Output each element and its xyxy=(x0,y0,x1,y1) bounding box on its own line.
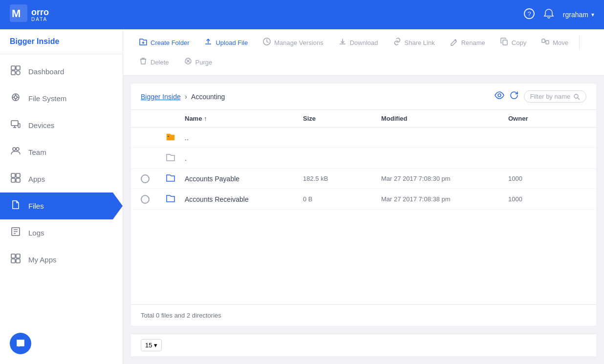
radio-button[interactable] xyxy=(141,174,150,183)
sidebar-item-apps[interactable]: Apps xyxy=(0,166,123,193)
col-icon xyxy=(165,115,185,122)
sidebar-item-devices-label: Devices xyxy=(28,121,54,129)
rename-icon xyxy=(450,37,458,48)
table-row[interactable]: Accounts Receivable 0 B Mar 27 2017 7:08… xyxy=(131,189,596,210)
share-link-button[interactable]: Share Link xyxy=(387,34,441,51)
svg-rect-22 xyxy=(11,178,15,182)
rename-label: Rename xyxy=(461,39,485,46)
toolbar: Create Folder Upload File Manage Version… xyxy=(123,29,604,76)
notification-icon[interactable] xyxy=(543,8,554,21)
move-button[interactable]: Move xyxy=(535,34,574,51)
share-link-icon xyxy=(393,37,402,48)
manage-versions-label: Manage Versions xyxy=(274,39,323,46)
help-icon[interactable]: ? xyxy=(524,8,535,21)
purge-icon xyxy=(184,57,193,67)
per-page-select[interactable]: 15 ▾ xyxy=(141,339,162,351)
sidebar-brand: Bigger Inside xyxy=(0,29,123,54)
myapps-icon xyxy=(10,253,22,266)
user-menu[interactable]: rgraham ▾ xyxy=(563,11,594,19)
sidebar-item-devices[interactable]: Devices xyxy=(0,112,123,139)
sidebar: Bigger Inside Dashboard File System Devi… xyxy=(0,29,123,364)
row-name: Accounts Payable xyxy=(185,175,303,183)
col-name[interactable]: Name ↑ xyxy=(185,115,303,122)
username: rgraham xyxy=(563,11,588,19)
col-owner: Owner xyxy=(508,115,586,122)
sidebar-item-team[interactable]: Team xyxy=(0,139,123,166)
move-icon xyxy=(541,37,550,48)
breadcrumb: Bigger Inside › Accounting xyxy=(141,92,225,101)
sidebar-item-team-label: Team xyxy=(28,148,46,156)
svg-rect-4 xyxy=(11,66,15,70)
sidebar-item-dashboard[interactable]: Dashboard xyxy=(0,58,123,85)
breadcrumb-root[interactable]: Bigger Inside xyxy=(141,93,181,101)
sidebar-nav: Dashboard File System Devices Team xyxy=(0,54,123,364)
row-name: Accounts Receivable xyxy=(185,195,303,203)
user-chevron-icon: ▾ xyxy=(591,11,594,18)
create-folder-button[interactable]: Create Folder xyxy=(133,34,195,51)
svg-point-18 xyxy=(13,148,16,150)
radio-button[interactable] xyxy=(141,195,150,204)
rename-button[interactable]: Rename xyxy=(444,34,491,51)
purge-button[interactable]: Purge xyxy=(178,54,218,70)
svg-rect-20 xyxy=(11,173,15,177)
row-folder-icon xyxy=(165,172,185,185)
sidebar-item-filesystem[interactable]: File System xyxy=(0,85,123,112)
table-row[interactable]: . xyxy=(131,148,596,169)
breadcrumb-current: Accounting xyxy=(191,93,225,101)
share-link-label: Share Link xyxy=(405,39,435,46)
sidebar-item-apps-label: Apps xyxy=(28,175,45,183)
upload-icon xyxy=(204,37,213,48)
logo-m: M xyxy=(10,4,27,25)
sidebar-item-logs[interactable]: Logs xyxy=(0,219,123,246)
delete-button[interactable]: Delete xyxy=(133,54,175,70)
svg-text:?: ? xyxy=(527,10,531,17)
upload-file-button[interactable]: Upload File xyxy=(198,34,254,51)
svg-rect-30 xyxy=(11,259,15,263)
col-size: Size xyxy=(303,115,381,122)
file-area: Bigger Inside › Accounting Filter by nam… xyxy=(131,84,596,326)
filter-input[interactable]: Filter by name xyxy=(524,90,586,103)
breadcrumb-actions: Filter by name xyxy=(495,90,586,103)
copy-label: Copy xyxy=(512,39,526,46)
sidebar-item-myapps-label: My Apps xyxy=(28,256,57,264)
breadcrumb-separator: › xyxy=(185,92,187,101)
logo-sub: DATA xyxy=(31,17,49,22)
svg-rect-35 xyxy=(503,40,507,45)
sidebar-item-filesystem-label: File System xyxy=(28,94,66,103)
svg-rect-29 xyxy=(16,254,20,258)
apps-icon xyxy=(10,172,22,186)
pagination-bar: 15 ▾ xyxy=(131,334,596,356)
sidebar-item-files[interactable]: Files xyxy=(0,193,123,219)
refresh-icon[interactable] xyxy=(509,90,519,103)
sidebar-item-logs-label: Logs xyxy=(28,229,44,237)
svg-line-44 xyxy=(578,98,580,100)
delete-icon xyxy=(139,57,148,67)
filter-placeholder: Filter by name xyxy=(530,93,570,100)
svg-point-42 xyxy=(498,94,501,97)
sidebar-item-dashboard-label: Dashboard xyxy=(28,67,64,76)
svg-rect-31 xyxy=(16,259,20,263)
manage-versions-button[interactable]: Manage Versions xyxy=(257,34,329,51)
svg-rect-21 xyxy=(16,173,20,177)
svg-rect-5 xyxy=(16,66,20,70)
download-button[interactable]: Download xyxy=(332,34,384,51)
row-folder-icon xyxy=(165,152,185,164)
table-row[interactable]: Accounts Payable 182.5 kB Mar 27 2017 7:… xyxy=(131,169,596,189)
row-size: 0 B xyxy=(303,195,381,203)
col-radio xyxy=(141,115,165,122)
chat-button[interactable] xyxy=(10,333,31,354)
total-files-text: Total 0 files and 2 directories xyxy=(141,312,221,319)
row-radio[interactable] xyxy=(141,174,165,183)
row-size: 182.5 kB xyxy=(303,175,381,182)
download-label: Download xyxy=(350,39,378,46)
svg-rect-28 xyxy=(11,254,15,258)
eye-icon[interactable] xyxy=(495,90,504,103)
row-radio[interactable] xyxy=(141,195,165,204)
row-modified: Mar 27 2017 7:08:38 pm xyxy=(381,195,508,203)
sidebar-item-myapps[interactable]: My Apps xyxy=(0,246,123,273)
content-area: Create Folder Upload File Manage Version… xyxy=(123,29,604,364)
copy-button[interactable]: Copy xyxy=(494,34,532,51)
table-row[interactable]: .. xyxy=(131,128,596,148)
file-table: .. . xyxy=(131,128,596,304)
breadcrumb-bar: Bigger Inside › Accounting Filter by nam… xyxy=(131,84,596,110)
